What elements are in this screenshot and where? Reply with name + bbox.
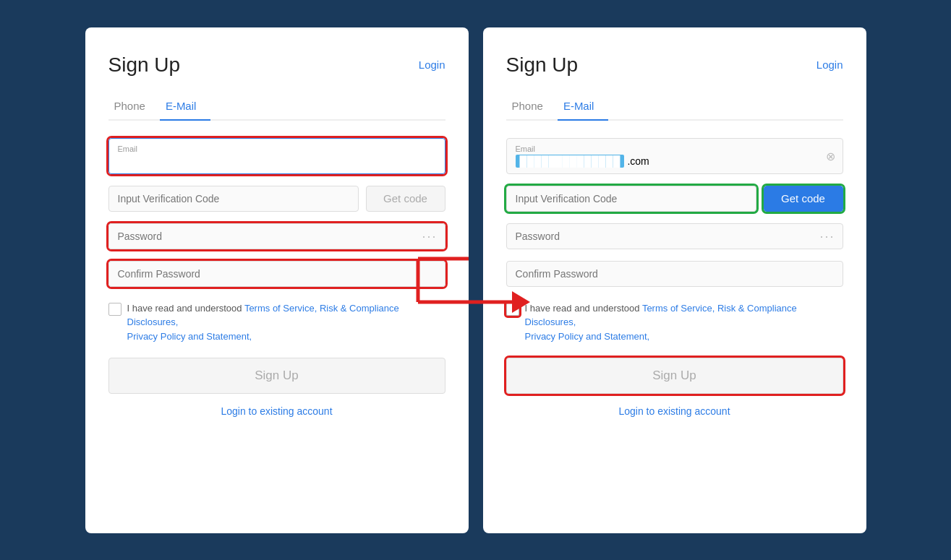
left-card-title: Sign Up xyxy=(108,53,181,77)
left-confirm-input-wrapper xyxy=(108,261,445,287)
right-password-input-wrapper: ··· xyxy=(506,223,843,249)
right-password-dots-icon: ··· xyxy=(819,228,835,244)
right-get-code-button[interactable]: Get code xyxy=(764,186,843,212)
right-email-clear-icon[interactable]: ⊗ xyxy=(826,149,835,163)
left-terms-text: I have read and understood Terms of Serv… xyxy=(127,301,445,344)
right-tabs: Phone E-Mail xyxy=(506,94,843,121)
arrow-container xyxy=(411,237,541,324)
right-login-existing[interactable]: Login to existing account xyxy=(506,405,843,417)
left-tab-phone[interactable]: Phone xyxy=(108,94,160,121)
left-checkbox[interactable] xyxy=(108,303,121,316)
left-verification-row: Get code xyxy=(108,186,445,212)
right-email-domain: .com xyxy=(627,155,649,167)
right-email-input-wrapper: Email ██████████████ .com ⊗ xyxy=(506,138,843,174)
right-verification-input-wrapper xyxy=(506,186,756,212)
left-password-input-wrapper: ··· xyxy=(108,223,445,249)
left-verification-input[interactable] xyxy=(118,193,349,204)
direction-arrow xyxy=(411,237,541,324)
right-terms-text: I have read and understood Terms of Serv… xyxy=(525,301,843,344)
left-login-link[interactable]: Login xyxy=(419,59,445,71)
right-tab-email[interactable]: E-Mail xyxy=(558,94,609,121)
right-card-title: Sign Up xyxy=(506,53,579,77)
left-email-label: Email xyxy=(118,145,436,153)
left-email-group: Email xyxy=(108,138,445,174)
right-confirm-input-wrapper xyxy=(506,261,843,287)
left-confirm-group xyxy=(108,261,445,287)
left-tab-email[interactable]: E-Mail xyxy=(160,94,211,121)
left-email-input-wrapper: Email xyxy=(108,138,445,174)
right-verification-input[interactable] xyxy=(516,193,747,204)
right-tab-phone[interactable]: Phone xyxy=(506,94,558,121)
left-email-input[interactable] xyxy=(118,155,436,167)
right-card-header: Sign Up Login xyxy=(506,53,843,77)
right-privacy-link[interactable]: Privacy Policy and Statement, xyxy=(525,331,650,342)
right-verification-field xyxy=(506,186,756,212)
right-signup-button[interactable]: Sign Up xyxy=(506,358,843,394)
left-checkbox-row: I have read and understood Terms of Serv… xyxy=(108,301,445,344)
svg-marker-3 xyxy=(512,291,530,313)
left-get-code-button[interactable]: Get code xyxy=(366,186,445,212)
right-password-group: ··· xyxy=(506,223,843,249)
right-password-input[interactable] xyxy=(516,231,834,242)
left-verification-input-wrapper xyxy=(108,186,359,212)
left-signup-button[interactable]: Sign Up xyxy=(108,358,445,394)
left-privacy-link[interactable]: Privacy Policy and Statement, xyxy=(127,331,252,342)
left-confirm-input[interactable] xyxy=(118,268,436,280)
right-verification-row: Get code xyxy=(506,186,843,212)
right-checkbox-row: I have read and understood Terms of Serv… xyxy=(506,301,843,344)
left-login-existing[interactable]: Login to existing account xyxy=(108,405,445,417)
left-verification-field xyxy=(108,186,359,212)
left-password-input[interactable] xyxy=(118,231,436,242)
right-email-value-row: ██████████████ .com xyxy=(516,155,834,168)
right-login-link[interactable]: Login xyxy=(816,59,843,71)
right-email-group: Email ██████████████ .com ⊗ xyxy=(506,138,843,174)
right-confirm-group xyxy=(506,261,843,287)
left-card-header: Sign Up Login xyxy=(108,53,445,77)
left-tabs: Phone E-Mail xyxy=(108,94,445,121)
right-confirm-input[interactable] xyxy=(516,268,834,280)
right-email-label: Email xyxy=(516,145,834,153)
left-terms-link1[interactable]: Terms of Service, xyxy=(244,303,317,314)
left-password-group: ··· xyxy=(108,223,445,249)
right-terms-link1[interactable]: Terms of Service, xyxy=(642,303,715,314)
right-email-filled-value: ██████████████ xyxy=(516,155,625,168)
